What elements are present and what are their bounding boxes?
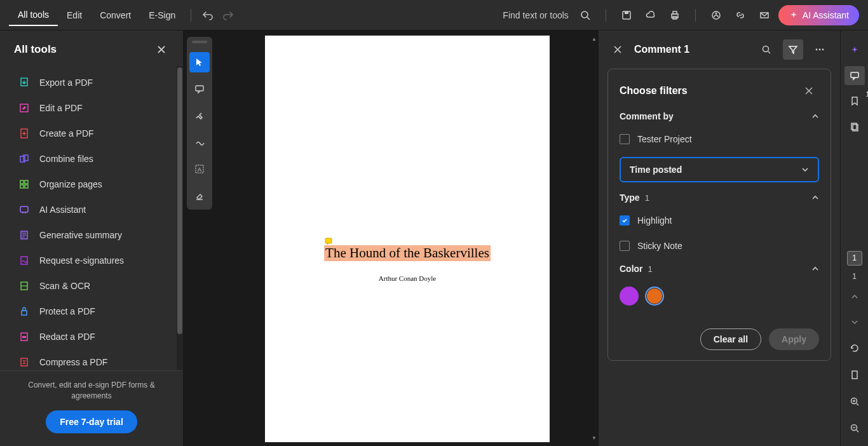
- rail-bookmark-icon[interactable]: 1: [844, 91, 865, 111]
- filter-icon: [788, 44, 798, 55]
- link-icon[interactable]: [730, 5, 750, 25]
- scan-icon: [18, 280, 31, 292]
- tool-scan-ocr[interactable]: Scan & OCR: [14, 273, 177, 299]
- pdf-page[interactable]: The Hound of the Baskervilles Arthur Con…: [265, 36, 550, 442]
- combine-icon: [18, 152, 31, 165]
- undo-button[interactable]: [198, 5, 218, 25]
- sparkle-icon: [789, 10, 799, 20]
- tool-combine-files[interactable]: Combine files: [14, 146, 177, 172]
- filter-section-comment-by[interactable]: Comment by: [620, 111, 819, 121]
- filter-type-highlight[interactable]: Highlight: [620, 213, 819, 228]
- menu-edit[interactable]: Edit: [58, 5, 91, 25]
- top-menu-bar: All tools Edit Convert E-Sign Find text …: [0, 0, 868, 30]
- comment-tool[interactable]: [189, 79, 210, 99]
- filters-dialog: Choose filters Comment by Tester Project…: [607, 69, 831, 361]
- tool-edit-pdf[interactable]: Edit a PDF: [14, 95, 177, 121]
- filter-color-purple[interactable]: [620, 287, 639, 306]
- filter-button[interactable]: [783, 39, 803, 60]
- document-title-highlighted[interactable]: The Hound of the Baskervilles: [324, 245, 491, 261]
- tool-organize-pages[interactable]: Organize pages: [14, 172, 177, 197]
- tool-request-esignatures[interactable]: Request e-signatures: [14, 248, 177, 273]
- svg-line-46: [857, 403, 858, 405]
- more-options-button[interactable]: [810, 39, 830, 60]
- close-panel-button[interactable]: [607, 39, 628, 60]
- tool-label: Generative summary: [39, 230, 122, 240]
- share-icon[interactable]: [706, 5, 726, 25]
- draw-tool[interactable]: [189, 132, 210, 152]
- rail-fit-icon[interactable]: [844, 365, 865, 385]
- rail-nav-down[interactable]: [844, 313, 865, 332]
- filter-author-tester-project[interactable]: Tester Project: [620, 132, 819, 147]
- sticky-note-icon[interactable]: [325, 238, 332, 245]
- chevron-up-icon: [811, 112, 819, 120]
- panel-title: Comment 1: [634, 44, 750, 55]
- svg-rect-30: [21, 358, 27, 366]
- svg-rect-18: [25, 185, 28, 188]
- chevron-up-icon: [811, 265, 819, 273]
- menu-all-tools[interactable]: All tools: [9, 4, 58, 26]
- tool-ai-assistant[interactable]: AI Assistant: [14, 197, 177, 222]
- svg-rect-44: [852, 371, 857, 379]
- divider: [606, 9, 606, 22]
- menu-esign[interactable]: E-Sign: [140, 5, 184, 25]
- select-tool[interactable]: [189, 52, 210, 72]
- rail-zoom-in-icon[interactable]: [844, 391, 865, 412]
- tool-export-pdf[interactable]: Export a PDF: [14, 70, 177, 95]
- toolbar-drag-handle[interactable]: [192, 41, 207, 43]
- protect-icon: [18, 305, 31, 318]
- svg-point-8: [715, 12, 717, 14]
- highlight-tool[interactable]: [189, 105, 210, 126]
- close-sidebar-button[interactable]: [151, 39, 172, 60]
- svg-text:A: A: [198, 166, 201, 173]
- tool-redact-pdf[interactable]: Redact a PDF: [14, 324, 177, 349]
- cloud-icon[interactable]: [641, 5, 661, 25]
- sidebar-all-tools: All tools Export a PDF Edit a PDF Create…: [0, 30, 183, 446]
- svg-rect-16: [25, 180, 28, 184]
- document-canvas[interactable]: The Hound of the Baskervilles Arthur Con…: [216, 30, 599, 446]
- organize-icon: [18, 178, 31, 191]
- apply-button[interactable]: Apply: [769, 328, 819, 350]
- search-comments-button[interactable]: [756, 39, 776, 60]
- sidebar-scrollbar[interactable]: [177, 66, 183, 370]
- tool-label: Create a PDF: [39, 128, 94, 139]
- filter-section-type[interactable]: Type1: [620, 193, 819, 203]
- rail-pages-icon[interactable]: [844, 118, 865, 137]
- svg-rect-19: [20, 206, 28, 212]
- redo-button[interactable]: [218, 5, 238, 25]
- scroll-down-icon[interactable]: ▼: [591, 435, 597, 441]
- filter-time-posted[interactable]: Time posted: [620, 157, 819, 182]
- rail-nav-up[interactable]: [844, 287, 865, 306]
- mail-icon[interactable]: [754, 5, 775, 25]
- rail-rotate-icon[interactable]: [844, 338, 865, 358]
- tool-create-pdf[interactable]: Create a PDF: [14, 121, 177, 146]
- filter-type-sticky-note[interactable]: Sticky Note: [620, 238, 819, 253]
- menu-convert[interactable]: Convert: [91, 5, 140, 25]
- text-tool[interactable]: A: [189, 159, 210, 179]
- filter-section-color[interactable]: Color1: [620, 264, 819, 274]
- edit-icon: [18, 102, 31, 114]
- create-icon: [18, 127, 31, 140]
- page-indicator[interactable]: 1: [847, 251, 862, 266]
- ai-assistant-button[interactable]: AI Assistant: [778, 5, 859, 25]
- svg-point-36: [763, 46, 769, 52]
- chevron-down-icon: [801, 166, 809, 173]
- annotation-toolbar: A: [183, 30, 216, 446]
- ai-icon: [18, 203, 31, 216]
- close-filters-button[interactable]: [799, 81, 819, 101]
- free-trial-button[interactable]: Free 7-day trial: [46, 410, 137, 433]
- rail-ai-icon[interactable]: [844, 41, 865, 60]
- tool-generative-summary[interactable]: Generative summary: [14, 222, 177, 248]
- save-icon[interactable]: [616, 5, 637, 25]
- tool-protect-pdf[interactable]: Protect a PDF: [14, 299, 177, 324]
- close-icon: [614, 46, 621, 53]
- scroll-up-icon[interactable]: ▲: [591, 36, 597, 42]
- rail-zoom-out-icon[interactable]: [844, 418, 865, 438]
- tool-compress-pdf[interactable]: Compress a PDF: [14, 349, 177, 370]
- print-icon[interactable]: [665, 5, 685, 25]
- tool-label: Compress a PDF: [39, 357, 107, 367]
- rail-comments-icon[interactable]: [844, 66, 865, 85]
- filter-color-orange-selected[interactable]: [645, 287, 664, 306]
- search-icon[interactable]: [575, 5, 595, 25]
- clear-all-button[interactable]: Clear all: [700, 328, 761, 350]
- eraser-tool[interactable]: [189, 186, 210, 206]
